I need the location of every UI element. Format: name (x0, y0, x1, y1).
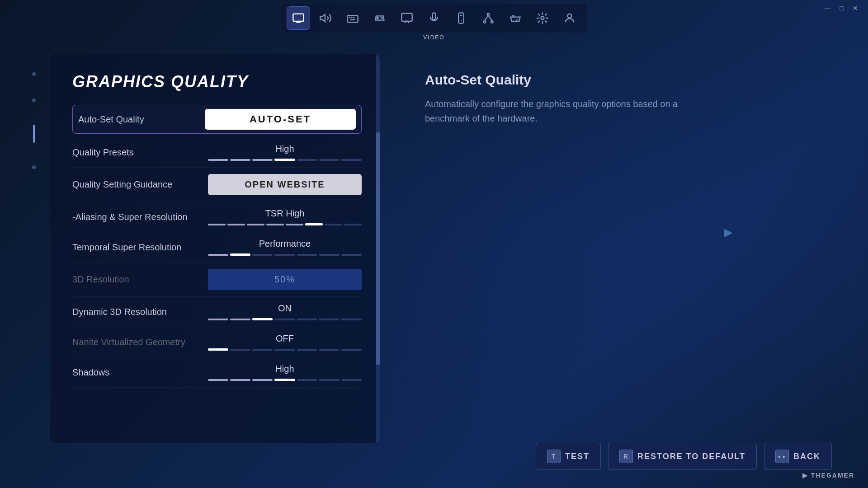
slider-seg (208, 159, 228, 161)
slider-seg (252, 159, 273, 161)
slider-seg (341, 349, 362, 351)
test-button[interactable]: T TEST (536, 443, 601, 470)
maximize-button[interactable]: □ (837, 4, 846, 13)
slider-seg (297, 159, 317, 161)
slider-seg (341, 254, 362, 256)
slider-seg-active (274, 159, 295, 161)
slider-seg (286, 224, 303, 225)
right-info-panel: Auto-Set Quality Automatically configure… (398, 54, 841, 144)
restore-key: R (619, 450, 633, 463)
test-label: TEST (565, 452, 590, 461)
watermark-icon: ▶ (802, 472, 808, 479)
nav-tab-account[interactable] (558, 6, 581, 30)
setting-label-auto-set-quality: Auto-Set Quality (78, 114, 205, 125)
slider-seg-active (305, 223, 323, 225)
nav-tab-extra[interactable] (531, 6, 554, 30)
svg-point-20 (517, 19, 518, 19)
restore-default-button[interactable]: R RESTORE TO DEFAULT (608, 443, 757, 470)
nanite-slider[interactable] (208, 348, 362, 351)
slider-seg (230, 319, 250, 320)
slider-seg-active (230, 253, 250, 256)
temporal-sr-slider[interactable] (208, 253, 362, 256)
slider-seg (319, 349, 340, 351)
quality-presets-slider[interactable] (208, 159, 362, 161)
shadows-control: High (208, 364, 362, 381)
nav-tab-video[interactable] (287, 6, 310, 30)
slider-seg (252, 254, 273, 256)
setting-row-dynamic-3d: Dynamic 3D Resolution ON (72, 297, 362, 327)
shadows-slider[interactable] (208, 379, 362, 381)
slider-seg (230, 159, 250, 161)
slider-seg (325, 224, 342, 225)
sidebar-dot-2[interactable] (32, 99, 36, 102)
slider-seg (341, 379, 362, 381)
dynamic-3d-control: ON (208, 303, 362, 320)
auto-set-button[interactable]: AUTO-SET (205, 109, 356, 130)
nav-tab-gamepad[interactable] (368, 6, 392, 30)
top-navigation: VIDEO (0, 0, 868, 45)
scrollbar-thumb (376, 132, 380, 365)
page-title: GRAPHICS QUALITY (72, 72, 362, 91)
temporal-sr-control: Performance (208, 239, 362, 256)
quality-guidance-control: OPEN WEBSITE (208, 174, 362, 195)
aliasing-slider[interactable] (208, 223, 362, 225)
slider-seg-active (252, 318, 273, 320)
slider-seg (208, 254, 228, 256)
dynamic-3d-value: ON (278, 303, 292, 314)
slider-seg (341, 319, 362, 320)
nav-tab-display[interactable] (395, 6, 419, 30)
aliasing-value: TSR High (265, 208, 305, 219)
slider-seg (252, 349, 273, 351)
svg-point-13 (487, 14, 490, 16)
setting-label-aliasing: -Aliasing & Super Resolution (72, 212, 199, 222)
slider-seg-active (274, 379, 295, 381)
test-key: T (547, 450, 561, 463)
right-panel-title: Auto-Set Quality (425, 72, 814, 88)
slider-seg (274, 319, 295, 320)
nav-tab-audio[interactable] (314, 6, 337, 30)
slider-seg (208, 319, 228, 320)
nav-tab-remote[interactable] (449, 6, 473, 30)
sidebar-dot-1[interactable] (32, 72, 36, 76)
quality-presets-control: High (208, 144, 362, 161)
nav-tab-touch[interactable] (422, 6, 446, 30)
setting-row-aliasing: -Aliasing & Super Resolution TSR High (72, 202, 362, 232)
nav-tab-controller[interactable] (504, 6, 527, 30)
setting-row-nanite: Nanite Virtualized Geometry OFF (72, 327, 362, 357)
setting-row-3d-resolution: 3D Resolution 50% (72, 263, 362, 297)
temporal-sr-value: Performance (259, 239, 311, 249)
window-controls: — □ ✕ (822, 4, 861, 13)
minimize-button[interactable]: — (822, 4, 834, 13)
setting-row-quality-guidance: Quality Setting Guidance OPEN WEBSITE (72, 168, 362, 202)
slider-seg (319, 379, 340, 381)
nav-tab-network[interactable] (476, 6, 500, 30)
scrollbar[interactable] (376, 54, 380, 443)
back-button[interactable]: ◄► BACK (764, 443, 832, 470)
setting-row-auto-set-quality: Auto-Set Quality AUTO-SET (72, 105, 362, 134)
slider-seg (297, 319, 317, 320)
svg-point-21 (516, 20, 517, 21)
nanite-value: OFF (276, 333, 294, 344)
svg-line-16 (485, 15, 488, 21)
sidebar-dot-3[interactable] (32, 165, 36, 169)
bottom-action-buttons: T TEST R RESTORE TO DEFAULT ◄► BACK (536, 443, 832, 470)
sidebar-dot-active[interactable] (33, 125, 35, 143)
setting-label-3d-resolution: 3D Resolution (72, 274, 199, 285)
dynamic-3d-slider[interactable] (208, 318, 362, 320)
setting-row-shadows: Shadows High (72, 357, 362, 388)
aliasing-control: TSR High (208, 208, 362, 225)
nav-tab-input[interactable] (341, 6, 364, 30)
slider-seg (230, 379, 250, 381)
setting-label-quality-presets: Quality Presets (72, 147, 199, 158)
open-website-button[interactable]: OPEN WEBSITE (208, 174, 362, 195)
setting-label-nanite: Nanite Virtualized Geometry (72, 337, 199, 347)
slider-seg (208, 224, 226, 225)
setting-label-temporal-sr: Temporal Super Resolution (72, 242, 199, 253)
arrow-indicator-icon: ▶ (724, 226, 732, 239)
slider-seg (319, 159, 340, 161)
setting-row-temporal-sr: Temporal Super Resolution Performance (72, 232, 362, 263)
close-button[interactable]: ✕ (850, 4, 861, 13)
3d-resolution-bar[interactable]: 50% (208, 269, 362, 290)
slider-seg (274, 254, 295, 256)
nanite-control: OFF (208, 333, 362, 351)
